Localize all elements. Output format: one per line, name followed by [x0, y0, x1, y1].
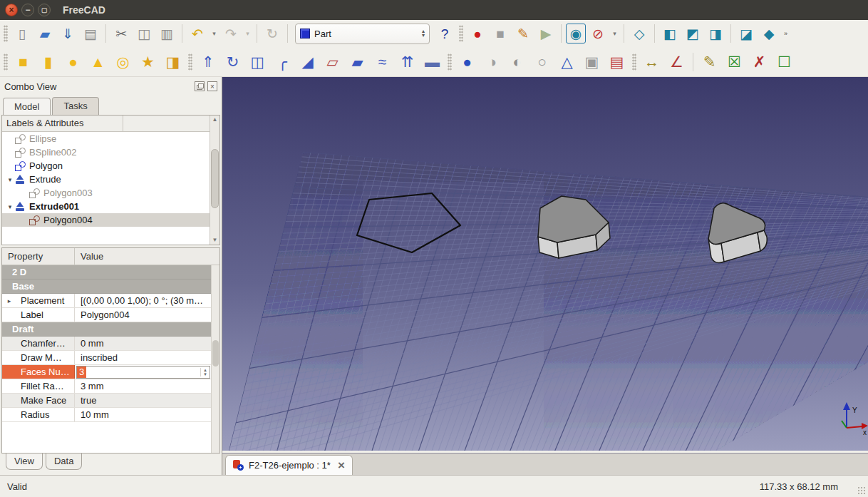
property-row-faces-nu-[interactable]: Faces Nu…3▴▾ [2, 365, 211, 379]
cross-sections-button[interactable]: ▤ [605, 50, 629, 74]
spinner-arrows-icon[interactable]: ▴▾ [200, 368, 210, 376]
draw-style-more-button[interactable]: ▾ [610, 23, 619, 44]
scrollbar-thumb[interactable] [212, 340, 219, 367]
tree-item-extrude001[interactable]: ▾Extrude001 [2, 200, 210, 213]
scroll-down-icon[interactable]: ▼ [210, 236, 219, 245]
view-bottom-button[interactable]: ◆ [758, 23, 780, 44]
toolbar-handle[interactable] [188, 53, 192, 71]
revolve-button[interactable]: ↻ [221, 50, 244, 74]
whats-this-button[interactable]: ? [434, 23, 455, 44]
tree-item-ellipse[interactable]: Ellipse [2, 132, 210, 145]
panel-close-icon[interactable]: × [207, 81, 217, 91]
scroll-up-icon[interactable]: ▲ [210, 116, 219, 124]
property-row-chamfer-[interactable]: Chamfer…0 mm [2, 337, 211, 351]
redo-more-button[interactable]: ▾ [243, 23, 252, 44]
property-row-radius[interactable]: Radius10 mm [2, 408, 211, 422]
boolean-common-button[interactable]: ◐ [505, 50, 529, 74]
make-face-button[interactable]: ▱ [321, 50, 344, 74]
expand-arrow-icon[interactable]: ▸ [5, 297, 14, 304]
measure-refresh-button[interactable]: ✎ [698, 50, 721, 74]
tree-collapse-icon[interactable]: ▾ [5, 203, 15, 210]
macro-execute-button[interactable]: ▶ [535, 23, 557, 44]
property-row-placement[interactable]: ▸Placement[(0,00 0,00 1,00); 0 °; (30 m… [2, 294, 211, 308]
save-document-button[interactable]: ⇓ [57, 23, 78, 44]
mirror-button[interactable]: ◫ [246, 50, 269, 74]
property-row-make-face[interactable]: Make Facetrue [2, 394, 211, 408]
tree-item-polygon003[interactable]: Polygon003 [2, 186, 210, 200]
part-torus-button[interactable]: ◎ [111, 50, 135, 74]
property-row-label[interactable]: LabelPolygon004 [2, 308, 211, 322]
open-document-button[interactable]: ▰ [34, 23, 56, 44]
tree-collapse-icon[interactable]: ▾ [5, 176, 15, 183]
paste-button[interactable]: ▥ [156, 23, 177, 44]
part-box-button[interactable]: ■ [11, 50, 35, 74]
measure-linear-button[interactable]: ↔ [640, 50, 663, 74]
3d-viewport[interactable]: Y x [222, 77, 868, 453]
view-top-button[interactable]: ◩ [682, 23, 703, 44]
tab-view[interactable]: View [6, 454, 43, 470]
part-cone-button[interactable]: ▲ [86, 50, 110, 74]
property-value[interactable]: 10 mm [75, 408, 211, 421]
defeaturing-button[interactable]: ▣ [580, 50, 604, 74]
workbench-selector[interactable]: Part ▴▾ [295, 24, 430, 44]
property-value[interactable]: 0 mm [75, 337, 211, 350]
boolean-union-button[interactable]: ● [455, 50, 479, 74]
part-primitives-button[interactable]: ★ [136, 50, 160, 74]
undo-button[interactable]: ↶ [187, 23, 208, 44]
chamfer-button[interactable]: ◢ [296, 50, 319, 74]
workbench-spinner[interactable]: ▴▾ [422, 29, 425, 38]
part-sphere-button[interactable]: ● [61, 50, 85, 74]
3d-view-canvas[interactable]: Y x [222, 77, 868, 451]
macro-edit-button[interactable]: ✎ [512, 23, 534, 44]
tree-item-extrude[interactable]: ▾Extrude [2, 173, 210, 186]
property-value[interactable]: [(0,00 0,00 1,00); 0 °; (30 m… [75, 294, 211, 307]
check-geometry-button[interactable]: △ [555, 50, 579, 74]
tree-scrollbar[interactable]: ▲ ▼ [210, 116, 219, 245]
tree-item-polygon004[interactable]: Polygon004 [2, 213, 210, 227]
draw-style-button[interactable]: ⊘ [587, 23, 609, 44]
tree-item-bspline002[interactable]: BSpline002 [2, 145, 210, 159]
fillet-button[interactable]: ╭ [271, 50, 294, 74]
window-close-button[interactable]: × [5, 4, 18, 16]
view-axonometric-button[interactable]: ◇ [629, 23, 650, 44]
loft-button[interactable]: ≈ [371, 50, 394, 74]
window-maximize-button[interactable]: ▢ [38, 4, 51, 16]
property-value[interactable]: true [75, 394, 211, 407]
tab-close-icon[interactable]: × [338, 461, 345, 471]
property-value[interactable]: inscribed [75, 351, 211, 364]
fit-all-button[interactable]: ◉ [566, 24, 586, 43]
extrude-button[interactable]: ⇑ [196, 50, 219, 74]
toolbar-handle[interactable] [4, 53, 8, 71]
tree-item-polygon[interactable]: Polygon [2, 159, 210, 173]
measure-toggle-3d-button[interactable]: ✗ [748, 50, 771, 74]
measure-angular-button[interactable]: ∠ [665, 50, 688, 74]
toolbar-handle[interactable] [4, 25, 8, 42]
refresh-button[interactable]: ↻ [262, 23, 283, 44]
redo-button[interactable]: ↷ [220, 23, 242, 44]
panel-float-icon[interactable] [195, 81, 205, 91]
tab-data[interactable]: Data [46, 454, 82, 470]
cut-button[interactable]: ✂ [110, 23, 132, 44]
view-rear-button[interactable]: ◪ [735, 23, 757, 44]
property-value[interactable]: Polygon004 [75, 308, 211, 322]
toolbar-handle[interactable] [632, 53, 636, 71]
tab-tasks[interactable]: Tasks [52, 97, 98, 115]
view-right-button[interactable]: ◨ [705, 23, 726, 44]
property-value[interactable]: 3 mm [75, 379, 211, 393]
resize-grip[interactable] [857, 486, 867, 496]
property-row-fillet-ra-[interactable]: Fillet Ra…3 mm [2, 379, 211, 394]
window-minimize-button[interactable]: − [21, 4, 34, 16]
boolean-section-button[interactable]: ○ [530, 50, 554, 74]
measure-toggle-all-button[interactable]: ☒ [723, 50, 746, 74]
toolbar-handle[interactable] [459, 25, 463, 42]
tab-model[interactable]: Model [3, 98, 51, 116]
copy-button[interactable]: ◫ [133, 23, 155, 44]
toolbar-overflow-button[interactable]: » [781, 23, 790, 44]
property-row-draw-m-[interactable]: Draw M…inscribed [2, 351, 211, 365]
measure-toggle-delta-button[interactable]: ☐ [773, 50, 796, 74]
property-scrollbar[interactable] [211, 265, 219, 453]
toolbar-handle[interactable] [448, 53, 452, 71]
ruled-surface-button[interactable]: ▰ [346, 50, 369, 74]
macro-stop-button[interactable]: ■ [490, 23, 511, 44]
shape-builder-button[interactable]: ◨ [161, 50, 185, 74]
